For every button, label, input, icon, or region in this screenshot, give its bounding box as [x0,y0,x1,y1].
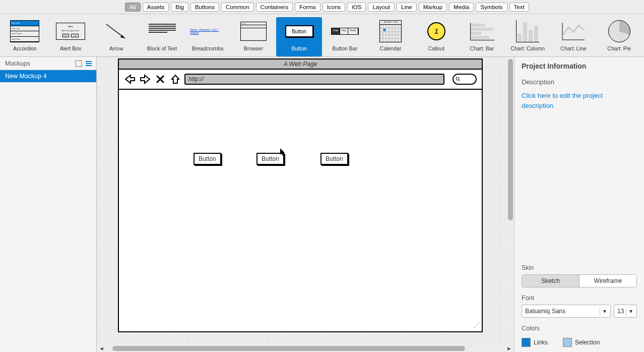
chevron-down-icon: ▾ [626,307,635,316]
stop-icon[interactable] [154,74,166,85]
filter-layout[interactable]: Layout [368,3,395,12]
lib-label: Calendar [380,45,402,51]
svg-rect-2 [76,61,82,67]
filter-line[interactable]: Line [397,3,417,12]
resize-grip-icon[interactable]: ⋰ [473,321,480,329]
skin-option-sketch[interactable]: Sketch [522,275,579,287]
filter-common[interactable]: Common [221,3,254,12]
lib-label: Chart: Line [560,45,586,51]
lib-button-bar[interactable]: OneTwoThree Button Bar [322,17,368,56]
description-label: Description [522,78,637,86]
browser-title: A Web Page [119,60,482,70]
cursor-icon [280,148,286,156]
skin-option-wireframe[interactable]: Wireframe [579,275,636,287]
category-filter-bar: All Assets Big Buttons Common Containers… [0,0,644,14]
scroll-right-icon[interactable]: ▶ [507,346,511,351]
lib-alert-box[interactable]: AlertAlert text goes hereNoYes Alert Box [48,17,94,56]
links-swatch[interactable] [522,338,531,347]
sidebar-title: Mockups [5,60,30,67]
lib-label: Chart: Bar [470,45,494,51]
canvas-scroll-viewport[interactable]: A Web Page http:// Button Button Button … [97,57,514,345]
browser-toolbar: http:// [119,70,482,90]
canvas-horizontal-scrollbar[interactable]: ◀ ▶ [97,345,514,352]
lib-accordion[interactable]: Item OneItem TwoItem ThreeItem Four Acco… [2,17,48,56]
filter-all[interactable]: All [125,3,141,12]
home-icon[interactable] [169,74,181,85]
canvas-area: A Web Page http:// Button Button Button … [97,57,514,352]
browser-widget[interactable]: A Web Page http:// Button Button Button … [118,58,483,332]
lib-calendar[interactable]: JANUARY 2016 Calendar [368,17,414,56]
canvas-button-3[interactable]: Button [320,153,348,165]
filter-containers[interactable]: Containers [256,3,293,12]
lib-chart-line[interactable]: Chart: Line [551,17,597,56]
selection-color[interactable]: Selection [563,338,600,347]
inspector-panel: Project Information Description Click he… [514,57,644,352]
mockup-list: New Mockup 4 [0,70,96,352]
main-area: Mockups New Mockup 4 A Web Page http:// [0,57,644,352]
lib-breadcrumbs[interactable]: Home > Products > Xyz > Feature Breadcru… [185,17,231,56]
sidebar-header: Mockups [0,57,96,70]
lib-label: Breadcrumbs [192,45,223,51]
filter-assets[interactable]: Assets [143,3,169,12]
lib-label: Arrow [109,45,123,51]
lib-arrow[interactable]: Arrow [93,17,139,56]
lib-chart-pie[interactable]: Chart: Pie [596,17,642,56]
search-field[interactable] [453,74,477,85]
filter-big[interactable]: Big [171,3,188,12]
lib-label: Button Bar [333,45,358,51]
lib-callout[interactable]: 1 Callout [413,17,459,56]
lib-label: Block of Text [147,45,177,51]
font-size-select[interactable]: 13▾ [614,305,637,318]
filter-text[interactable]: Text [509,3,529,12]
filter-icons[interactable]: Icons [323,3,346,12]
lib-label: Accordion [13,45,37,51]
grid-view-icon[interactable] [75,60,82,67]
lib-button[interactable]: Button Button [276,17,322,56]
lib-label: Chart: Pie [607,45,631,51]
lib-browser[interactable]: Browser [231,17,277,56]
search-icon [456,77,461,82]
forward-arrow-icon[interactable] [139,74,151,85]
lib-label: Browser [244,45,264,51]
inspector-title: Project Information [522,62,637,70]
scroll-left-icon[interactable]: ◀ [100,346,103,351]
lib-chart-column[interactable]: Chart: Column [505,17,551,56]
filter-ios[interactable]: iOS [347,3,366,12]
lib-label: Alert Box [60,45,82,51]
skin-label: Skin [522,264,637,271]
filter-symbols[interactable]: Symbols [476,3,507,12]
lib-label: Callout [428,45,444,51]
mockups-sidebar: Mockups New Mockup 4 [0,57,97,352]
url-bar[interactable]: http:// [184,74,444,85]
skin-segmented-control: Sketch Wireframe [522,274,637,287]
font-label: Font [522,295,637,302]
links-color[interactable]: Links [522,338,548,347]
component-library: Item OneItem TwoItem ThreeItem Four Acco… [0,14,644,57]
description-placeholder[interactable]: Click here to edit the project descripti… [522,91,637,110]
canvas-button-1[interactable]: Button [194,153,221,165]
chevron-down-icon: ▾ [600,307,609,316]
filter-buttons[interactable]: Buttons [190,3,219,12]
lib-block-of-text[interactable]: Block of Text [139,17,185,56]
svg-line-7 [459,80,460,81]
colors-label: Colors [522,325,637,332]
list-view-icon[interactable] [85,60,92,67]
lib-label: Button [291,45,306,51]
canvas-vertical-scrollbar[interactable] [507,57,514,344]
lib-chart-bar[interactable]: Chart: Bar [459,17,505,56]
back-arrow-icon[interactable] [124,74,136,85]
browser-content: Button Button Button ⋰ [119,90,482,330]
selection-swatch[interactable] [563,338,572,347]
mockup-item[interactable]: New Mockup 4 [0,70,96,82]
lib-label: Chart: Column [510,45,545,51]
filter-forms[interactable]: Forms [295,3,320,12]
filter-markup[interactable]: Markup [419,3,447,12]
filter-media[interactable]: Media [449,3,474,12]
font-family-select[interactable]: Balsamiq Sans▾ [522,305,611,318]
